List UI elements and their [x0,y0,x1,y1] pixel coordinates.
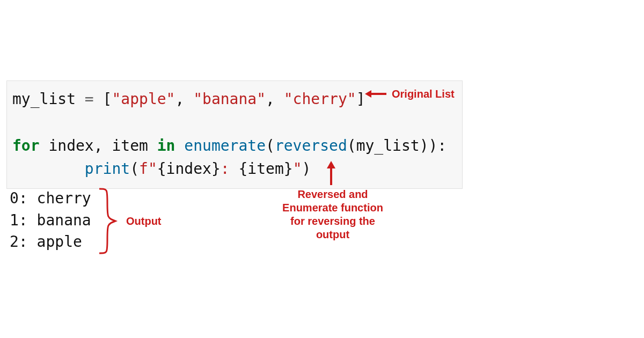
code-token-fprefix: f [139,160,148,178]
code-token-fstr-expr: index [166,160,211,178]
code-token-var: my_list [12,90,76,108]
code-token-comma: , [266,90,284,108]
annotation-original-list: Original List [392,87,455,101]
code-token-rparen: ) [420,137,429,155]
code-indent [12,160,85,178]
code-token-lparen: ( [130,160,139,178]
arrow-left-icon [365,87,386,100]
code-token-comma: , [175,90,193,108]
code-token-equals: = [76,90,103,108]
annotation-reversed-enumerate: Reversed and Enumerate function for reve… [279,188,386,241]
code-token-brace: } [211,160,221,178]
code-token-function: print [85,160,130,178]
code-token-fstr-text: : [221,160,239,178]
code-token-comma: , [94,137,112,155]
svg-marker-3 [327,161,335,168]
code-token-lparen: ( [347,137,356,155]
code-token-colon: : [437,137,447,155]
code-token-rbracket: ] [356,90,365,108]
curly-brace-icon [97,187,118,255]
code-token-brace: } [284,160,293,178]
output-line: 0: cherry [10,189,91,207]
code-space [40,137,49,155]
code-token-function: enumerate [184,137,266,155]
code-token-lbracket: [ [103,90,112,108]
code-token-keyword: in [157,137,175,155]
code-token-brace: { [238,160,247,178]
code-token-rparen: ) [429,137,438,155]
output-line: 1: banana [10,211,91,229]
code-token-var: item [112,137,148,155]
output-line: 2: apple [10,233,82,251]
code-token-string: "cherry" [284,90,356,108]
output-block: 0: cherry 1: banana 2: apple [10,188,91,253]
code-token-string: "apple" [112,90,175,108]
code-token-var: my_list [356,137,420,155]
code-token-fstr-expr: item [247,160,283,178]
code-token-string: "banana" [193,90,266,108]
code-space [148,137,157,155]
code-token-quote: " [293,160,302,178]
code-token-var: index [48,137,93,155]
code-space [175,137,184,155]
code-token-function: reversed [275,137,347,155]
annotation-output: Output [126,215,162,228]
svg-marker-1 [365,90,371,98]
canvas: my_list = ["apple", "banana", "cherry"] … [0,0,644,338]
code-token-lparen: ( [266,137,275,155]
code-token-keyword: for [12,137,40,155]
code-token-rparen: ) [302,160,311,178]
code-token-brace: { [157,160,166,178]
code-token-quote: " [148,160,157,178]
arrow-up-icon [325,161,338,185]
